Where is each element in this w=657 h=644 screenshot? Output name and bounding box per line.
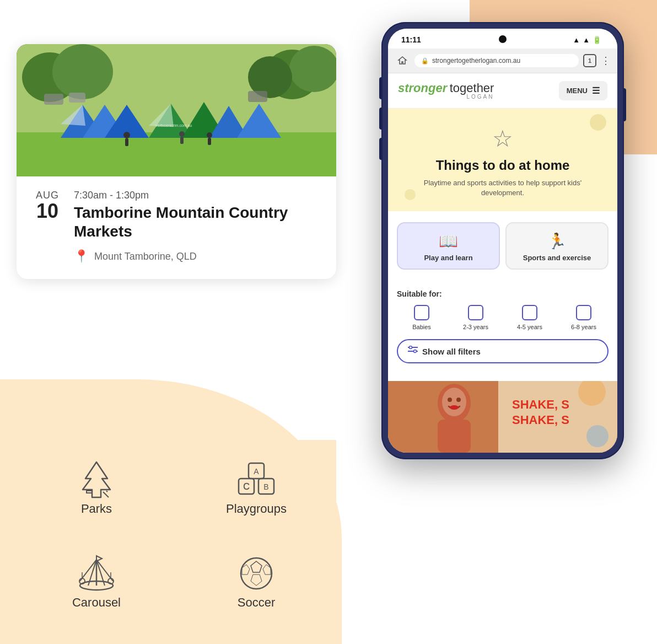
browser-bar: 🔒 strongertogetherlogan.com.au 1 ⋮ [388, 49, 617, 73]
site-header: stronger together LOGAN MENU ☰ [388, 73, 617, 109]
age-filter-4-5[interactable]: 4-5 years [505, 305, 554, 330]
6-8-years-checkbox[interactable] [576, 305, 591, 320]
svg-line-29 [106, 491, 107, 492]
location-icon: 📍 [74, 249, 89, 264]
svg-rect-20 [125, 138, 128, 146]
menu-label: MENU [567, 87, 588, 95]
blocks-icon: C B A [234, 458, 278, 502]
category-label-carousel: Carousel [72, 595, 121, 610]
event-location-text: Mount Tamborine, QLD [94, 251, 197, 262]
age-filter-6-8[interactable]: 6-8 years [559, 305, 608, 330]
2-3-years-checkbox[interactable] [468, 305, 483, 320]
svg-marker-46 [96, 556, 102, 561]
site-logo: stronger together LOGAN [398, 82, 494, 100]
soccer-icon [234, 551, 278, 595]
category-item-parks[interactable]: Parks [17, 440, 176, 534]
tab-sports-exercise[interactable]: 🏃 Sports and exercise [505, 222, 608, 270]
event-date-row: AUG 10 7:30am - 1:30pm Tamborine Mountai… [34, 190, 319, 240]
menu-button[interactable]: MENU ☰ [559, 81, 607, 100]
event-location: 📍 Mount Tamborine, QLD [34, 249, 319, 264]
filter-icon [408, 346, 418, 357]
phone-wrapper: 11:11 ▲ ▲ 🔋 🔒 strongertogetherlogan [381, 22, 624, 459]
tab-play-learn[interactable]: 📖 Play and learn [397, 222, 500, 270]
sports-icon: 🏃 [547, 232, 567, 250]
svg-rect-59 [438, 420, 471, 453]
camera-notch [499, 35, 507, 43]
home-button[interactable] [395, 53, 410, 68]
logo-logan: LOGAN [398, 94, 494, 100]
book-icon: 📖 [439, 232, 458, 250]
event-time: 7:30am - 1:30pm [74, 190, 319, 201]
category-item-carousel[interactable]: Carousel [17, 534, 176, 627]
svg-marker-49 [251, 575, 262, 586]
phone-power-button [624, 88, 626, 121]
svg-text:A: A [254, 467, 259, 476]
tabs-section: 📖 Play and learn 🏃 Sports and exercise [388, 211, 617, 289]
babies-checkbox[interactable] [414, 305, 429, 320]
suitable-section: Suitable for: Babies 2-3 years 4-5 years [388, 289, 617, 381]
svg-point-60 [442, 388, 466, 416]
tab-count: 1 [588, 57, 591, 64]
phone-volume-down-button [379, 108, 381, 130]
svg-rect-27 [87, 491, 92, 493]
svg-text:SHAKE, S: SHAKE, S [512, 413, 569, 427]
status-icons: ▲ ▲ 🔋 [573, 36, 604, 44]
url-bar[interactable]: 🔒 strongertogetherlogan.com.au [414, 54, 579, 67]
svg-text:SHAKE, S: SHAKE, S [512, 398, 569, 411]
svg-point-53 [410, 346, 412, 349]
category-grid: Parks C B A Playgroups [17, 440, 336, 627]
svg-text:C: C [243, 482, 250, 491]
lock-icon: 🔒 [421, 57, 429, 65]
url-text: strongertogetherlogan.com.au [432, 57, 520, 65]
tab-count-button[interactable]: 1 [583, 54, 596, 67]
age-filter-2-3[interactable]: 2-3 years [451, 305, 500, 330]
event-date-block: AUG 10 [34, 190, 61, 221]
logo-together: together [450, 81, 494, 95]
category-label-parks: Parks [81, 502, 112, 516]
svg-point-21 [179, 131, 185, 137]
phone-frame: 11:11 ▲ ▲ 🔋 🔒 strongertogetherlogan [381, 22, 624, 459]
age-filter-babies[interactable]: Babies [397, 305, 446, 330]
status-bar: 11:11 ▲ ▲ 🔋 [388, 29, 617, 49]
2-3-years-label: 2-3 years [463, 324, 488, 330]
svg-rect-16 [44, 94, 63, 105]
svg-rect-18 [248, 91, 267, 102]
battery-icon: 🔋 [593, 36, 601, 44]
svg-point-61 [448, 398, 452, 402]
suitable-for-title: Suitable for: [397, 289, 608, 298]
hero-section: ☆ Things to do at home Playtime and spor… [388, 109, 617, 211]
logo-stronger: stronger [398, 81, 447, 95]
category-label-playgroups: Playgroups [226, 502, 287, 516]
category-item-playgroups[interactable]: C B A Playgroups [176, 440, 336, 534]
6-8-years-label: 6-8 years [571, 324, 596, 330]
event-day: 10 [36, 201, 58, 221]
category-item-soccer[interactable]: Soccer [176, 534, 336, 627]
browser-menu-button[interactable]: ⋮ [601, 55, 611, 67]
svg-text:B: B [263, 482, 268, 491]
babies-label: Babies [412, 324, 431, 330]
svg-rect-6 [17, 132, 336, 176]
4-5-years-label: 4-5 years [517, 324, 542, 330]
show-filters-label: Show all filters [422, 347, 481, 356]
svg-rect-17 [69, 93, 85, 103]
phone-silent-button [379, 138, 381, 160]
show-all-filters-button[interactable]: Show all filters [397, 339, 608, 363]
svg-text:visitscenicrim.com.au: visitscenicrim.com.au [155, 124, 192, 127]
svg-point-2 [52, 44, 113, 99]
svg-point-62 [456, 398, 461, 402]
svg-marker-48 [251, 561, 262, 572]
wifi-icon: ▲ [573, 36, 580, 44]
star-icon: ☆ [401, 125, 604, 152]
4-5-years-checkbox[interactable] [522, 305, 537, 320]
svg-line-28 [103, 492, 109, 497]
svg-point-55 [414, 350, 417, 353]
svg-point-47 [241, 558, 272, 589]
category-label-soccer: Soccer [238, 595, 275, 610]
phone-volume-up-button [379, 77, 381, 99]
svg-point-23 [207, 132, 212, 138]
age-filters: Babies 2-3 years 4-5 years 6-8 years [397, 305, 608, 330]
svg-point-68 [586, 425, 608, 447]
status-time: 11:11 [401, 35, 421, 44]
video-thumbnail: SHAKE, S SHAKE, S [388, 381, 617, 453]
event-card: visitscenicrim.com.au AUG 10 7:30am - 1:… [17, 44, 336, 279]
